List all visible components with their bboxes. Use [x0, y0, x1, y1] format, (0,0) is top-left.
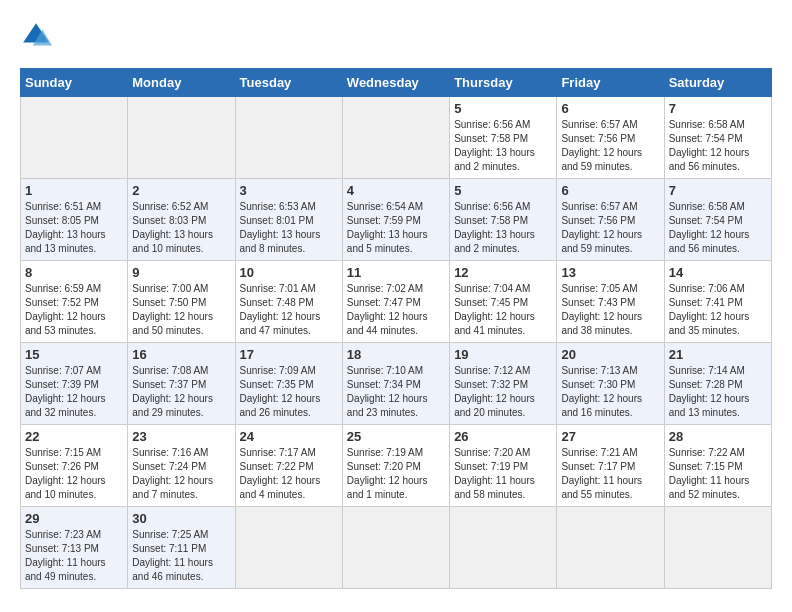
col-header-monday: Monday	[128, 69, 235, 97]
day-info: Sunrise: 7:15 AMSunset: 7:26 PMDaylight:…	[25, 446, 123, 502]
calendar-cell	[235, 97, 342, 179]
calendar-cell: 5 Sunrise: 6:56 AMSunset: 7:58 PMDayligh…	[450, 179, 557, 261]
day-number: 6	[561, 101, 659, 116]
day-info: Sunrise: 7:13 AMSunset: 7:30 PMDaylight:…	[561, 364, 659, 420]
day-info: Sunrise: 7:05 AMSunset: 7:43 PMDaylight:…	[561, 282, 659, 338]
day-number: 5	[454, 101, 552, 116]
calendar-cell: 1 Sunrise: 6:51 AMSunset: 8:05 PMDayligh…	[21, 179, 128, 261]
day-info: Sunrise: 7:19 AMSunset: 7:20 PMDaylight:…	[347, 446, 445, 502]
day-number: 15	[25, 347, 123, 362]
calendar-cell: 21 Sunrise: 7:14 AMSunset: 7:28 PMDaylig…	[664, 343, 771, 425]
day-info: Sunrise: 6:56 AMSunset: 7:58 PMDaylight:…	[454, 200, 552, 256]
day-info: Sunrise: 6:59 AMSunset: 7:52 PMDaylight:…	[25, 282, 123, 338]
day-number: 20	[561, 347, 659, 362]
calendar-cell: 12 Sunrise: 7:04 AMSunset: 7:45 PMDaylig…	[450, 261, 557, 343]
day-number: 9	[132, 265, 230, 280]
day-number: 17	[240, 347, 338, 362]
calendar-cell: 23 Sunrise: 7:16 AMSunset: 7:24 PMDaylig…	[128, 425, 235, 507]
calendar-cell: 26 Sunrise: 7:20 AMSunset: 7:19 PMDaylig…	[450, 425, 557, 507]
calendar-cell: 10 Sunrise: 7:01 AMSunset: 7:48 PMDaylig…	[235, 261, 342, 343]
calendar-cell	[21, 97, 128, 179]
day-info: Sunrise: 7:02 AMSunset: 7:47 PMDaylight:…	[347, 282, 445, 338]
day-info: Sunrise: 7:22 AMSunset: 7:15 PMDaylight:…	[669, 446, 767, 502]
day-number: 7	[669, 101, 767, 116]
day-number: 26	[454, 429, 552, 444]
day-info: Sunrise: 6:53 AMSunset: 8:01 PMDaylight:…	[240, 200, 338, 256]
calendar-cell: 28 Sunrise: 7:22 AMSunset: 7:15 PMDaylig…	[664, 425, 771, 507]
calendar-table: SundayMondayTuesdayWednesdayThursdayFrid…	[20, 68, 772, 589]
day-number: 29	[25, 511, 123, 526]
week-row-2: 1 Sunrise: 6:51 AMSunset: 8:05 PMDayligh…	[21, 179, 772, 261]
calendar-cell: 9 Sunrise: 7:00 AMSunset: 7:50 PMDayligh…	[128, 261, 235, 343]
day-info: Sunrise: 7:00 AMSunset: 7:50 PMDaylight:…	[132, 282, 230, 338]
day-info: Sunrise: 7:09 AMSunset: 7:35 PMDaylight:…	[240, 364, 338, 420]
calendar-cell: 24 Sunrise: 7:17 AMSunset: 7:22 PMDaylig…	[235, 425, 342, 507]
day-number: 3	[240, 183, 338, 198]
col-header-sunday: Sunday	[21, 69, 128, 97]
calendar-cell: 11 Sunrise: 7:02 AMSunset: 7:47 PMDaylig…	[342, 261, 449, 343]
day-info: Sunrise: 7:12 AMSunset: 7:32 PMDaylight:…	[454, 364, 552, 420]
day-info: Sunrise: 6:58 AMSunset: 7:54 PMDaylight:…	[669, 200, 767, 256]
calendar-cell: 25 Sunrise: 7:19 AMSunset: 7:20 PMDaylig…	[342, 425, 449, 507]
day-info: Sunrise: 7:10 AMSunset: 7:34 PMDaylight:…	[347, 364, 445, 420]
calendar-cell: 13 Sunrise: 7:05 AMSunset: 7:43 PMDaylig…	[557, 261, 664, 343]
day-number: 14	[669, 265, 767, 280]
week-row-5: 22 Sunrise: 7:15 AMSunset: 7:26 PMDaylig…	[21, 425, 772, 507]
day-info: Sunrise: 7:01 AMSunset: 7:48 PMDaylight:…	[240, 282, 338, 338]
day-info: Sunrise: 7:07 AMSunset: 7:39 PMDaylight:…	[25, 364, 123, 420]
col-header-tuesday: Tuesday	[235, 69, 342, 97]
day-info: Sunrise: 6:57 AMSunset: 7:56 PMDaylight:…	[561, 200, 659, 256]
calendar-cell: 3 Sunrise: 6:53 AMSunset: 8:01 PMDayligh…	[235, 179, 342, 261]
calendar-cell: 27 Sunrise: 7:21 AMSunset: 7:17 PMDaylig…	[557, 425, 664, 507]
day-info: Sunrise: 7:04 AMSunset: 7:45 PMDaylight:…	[454, 282, 552, 338]
day-info: Sunrise: 7:20 AMSunset: 7:19 PMDaylight:…	[454, 446, 552, 502]
calendar-cell	[342, 507, 449, 589]
day-number: 8	[25, 265, 123, 280]
day-number: 25	[347, 429, 445, 444]
week-row-6: 29 Sunrise: 7:23 AMSunset: 7:13 PMDaylig…	[21, 507, 772, 589]
calendar-cell	[128, 97, 235, 179]
calendar-cell: 7 Sunrise: 6:58 AMSunset: 7:54 PMDayligh…	[664, 179, 771, 261]
calendar-cell: 6 Sunrise: 6:57 AMSunset: 7:56 PMDayligh…	[557, 179, 664, 261]
day-number: 21	[669, 347, 767, 362]
calendar-cell: 16 Sunrise: 7:08 AMSunset: 7:37 PMDaylig…	[128, 343, 235, 425]
day-info: Sunrise: 7:06 AMSunset: 7:41 PMDaylight:…	[669, 282, 767, 338]
calendar-cell: 2 Sunrise: 6:52 AMSunset: 8:03 PMDayligh…	[128, 179, 235, 261]
col-header-friday: Friday	[557, 69, 664, 97]
calendar-cell: 15 Sunrise: 7:07 AMSunset: 7:39 PMDaylig…	[21, 343, 128, 425]
day-number: 11	[347, 265, 445, 280]
day-number: 6	[561, 183, 659, 198]
week-row-1: 5 Sunrise: 6:56 AMSunset: 7:58 PMDayligh…	[21, 97, 772, 179]
day-number: 28	[669, 429, 767, 444]
day-info: Sunrise: 7:08 AMSunset: 7:37 PMDaylight:…	[132, 364, 230, 420]
calendar-cell	[235, 507, 342, 589]
day-info: Sunrise: 6:52 AMSunset: 8:03 PMDaylight:…	[132, 200, 230, 256]
day-info: Sunrise: 6:54 AMSunset: 7:59 PMDaylight:…	[347, 200, 445, 256]
col-header-wednesday: Wednesday	[342, 69, 449, 97]
week-row-3: 8 Sunrise: 6:59 AMSunset: 7:52 PMDayligh…	[21, 261, 772, 343]
logo-icon	[20, 20, 52, 52]
day-number: 13	[561, 265, 659, 280]
calendar-cell: 14 Sunrise: 7:06 AMSunset: 7:41 PMDaylig…	[664, 261, 771, 343]
calendar-cell	[342, 97, 449, 179]
col-header-saturday: Saturday	[664, 69, 771, 97]
calendar-cell: 30 Sunrise: 7:25 AMSunset: 7:11 PMDaylig…	[128, 507, 235, 589]
day-number: 23	[132, 429, 230, 444]
day-info: Sunrise: 7:23 AMSunset: 7:13 PMDaylight:…	[25, 528, 123, 584]
col-header-thursday: Thursday	[450, 69, 557, 97]
day-info: Sunrise: 6:58 AMSunset: 7:54 PMDaylight:…	[669, 118, 767, 174]
day-number: 30	[132, 511, 230, 526]
day-info: Sunrise: 7:21 AMSunset: 7:17 PMDaylight:…	[561, 446, 659, 502]
day-number: 18	[347, 347, 445, 362]
day-number: 2	[132, 183, 230, 198]
calendar-cell: 17 Sunrise: 7:09 AMSunset: 7:35 PMDaylig…	[235, 343, 342, 425]
day-number: 24	[240, 429, 338, 444]
logo	[20, 20, 56, 52]
calendar-cell: 4 Sunrise: 6:54 AMSunset: 7:59 PMDayligh…	[342, 179, 449, 261]
day-number: 22	[25, 429, 123, 444]
calendar-cell	[557, 507, 664, 589]
day-info: Sunrise: 7:25 AMSunset: 7:11 PMDaylight:…	[132, 528, 230, 584]
day-info: Sunrise: 6:57 AMSunset: 7:56 PMDaylight:…	[561, 118, 659, 174]
day-number: 10	[240, 265, 338, 280]
day-number: 4	[347, 183, 445, 198]
